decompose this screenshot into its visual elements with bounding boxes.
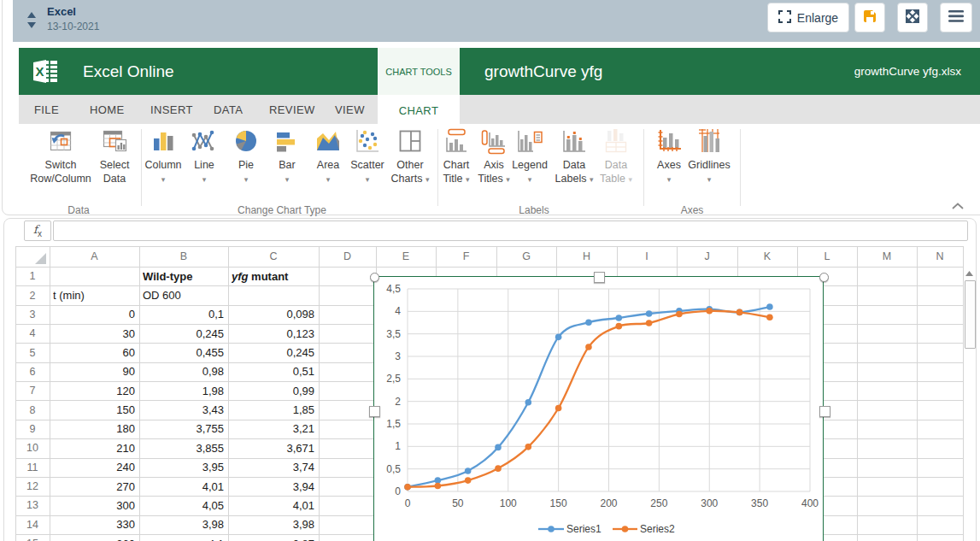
cell-C6[interactable]: 0,51: [232, 362, 314, 381]
row-header-9[interactable]: 9: [15, 420, 50, 438]
bar-button[interactable]: Bar ▾: [266, 127, 308, 186]
cell-B12[interactable]: 4,01: [143, 477, 224, 496]
row-header-4[interactable]: 4: [15, 324, 50, 343]
row-header-13[interactable]: 13: [15, 496, 50, 515]
cell-A14[interactable]: 330: [53, 515, 135, 534]
expand-button[interactable]: [897, 3, 928, 32]
cell-B11[interactable]: 3,95: [143, 458, 224, 477]
column-header-H[interactable]: H: [556, 246, 617, 267]
cell-B13[interactable]: 4,05: [143, 496, 224, 515]
cell-B3[interactable]: 0,1: [143, 305, 224, 324]
cell-C5[interactable]: 0,245: [232, 343, 314, 362]
tab-review[interactable]: REVIEW: [269, 95, 315, 124]
tab-insert[interactable]: INSERT: [150, 95, 193, 124]
cell-C4[interactable]: 0,123: [232, 324, 314, 343]
cell-C8[interactable]: 1,85: [232, 400, 314, 419]
menu-button[interactable]: [940, 3, 972, 32]
gridlines-button[interactable]: Gridlines ▾: [680, 127, 738, 186]
cell-A7[interactable]: 120: [53, 381, 135, 400]
cell-A15[interactable]: 360: [53, 534, 135, 541]
fx-button[interactable]: fx: [24, 221, 51, 241]
cell-A8[interactable]: 150: [53, 400, 135, 419]
row-header-15[interactable]: 15: [15, 534, 50, 541]
enlarge-button[interactable]: Enlarge: [767, 3, 849, 32]
column-header-D[interactable]: D: [319, 246, 376, 267]
cell-B5[interactable]: 0,455: [143, 343, 224, 362]
cell-A6[interactable]: 90: [53, 362, 135, 381]
cell-A2[interactable]: t (min): [53, 285, 135, 304]
cell-C9[interactable]: 3,21: [232, 420, 314, 438]
cell-A10[interactable]: 210: [53, 438, 135, 457]
chart-handle-top-center[interactable]: [594, 272, 605, 283]
chart-handle-middle-right[interactable]: [819, 406, 830, 417]
column-header-B[interactable]: B: [139, 246, 228, 267]
column-header-E[interactable]: E: [376, 246, 436, 267]
cell-C15[interactable]: 3,87: [232, 534, 314, 541]
scroll-up-icon[interactable]: [964, 268, 975, 279]
column-header-A[interactable]: A: [50, 246, 139, 267]
ribbon-collapse-icon[interactable]: [952, 198, 964, 214]
tab-view[interactable]: VIEW: [335, 95, 365, 124]
cell-C1[interactable]: yfg mutant: [232, 267, 314, 285]
cell-A3[interactable]: 0: [53, 305, 135, 324]
cell-C14[interactable]: 3,98: [232, 515, 314, 534]
row-header-14[interactable]: 14: [15, 515, 50, 534]
cell-C11[interactable]: 3,74: [232, 458, 314, 477]
cell-B1[interactable]: Wild-type: [143, 267, 224, 285]
column-header-N[interactable]: N: [917, 246, 963, 267]
tab-data[interactable]: DATA: [214, 95, 243, 124]
chart-handle-middle-left[interactable]: [369, 406, 380, 417]
cell-B8[interactable]: 3,43: [143, 400, 224, 419]
column-header-F[interactable]: F: [436, 246, 496, 267]
row-header-6[interactable]: 6: [15, 362, 50, 381]
column-header-I[interactable]: I: [617, 246, 677, 267]
other-charts-button[interactable]: OtherCharts ▾: [383, 127, 437, 186]
tab-chart[interactable]: CHART: [378, 95, 460, 126]
pie-button[interactable]: Pie ▾: [225, 127, 267, 186]
row-header-5[interactable]: 5: [15, 343, 50, 362]
row-header-1[interactable]: 1: [15, 267, 50, 285]
row-header-12[interactable]: 12: [15, 477, 50, 496]
row-header-11[interactable]: 11: [15, 458, 50, 477]
column-header-J[interactable]: J: [677, 246, 737, 267]
column-header-K[interactable]: K: [737, 246, 797, 267]
cell-C13[interactable]: 4,01: [232, 496, 314, 515]
select-data-button[interactable]: SelectData: [89, 127, 140, 185]
cell-B9[interactable]: 3,755: [143, 420, 224, 438]
line-button[interactable]: Line ▾: [183, 127, 226, 186]
cell-C7[interactable]: 0,99: [232, 381, 314, 400]
cell-A9[interactable]: 180: [53, 420, 135, 438]
vertical-scrollbar-thumb[interactable]: [965, 280, 976, 349]
column-header-M[interactable]: M: [857, 246, 917, 267]
column-header-C[interactable]: C: [228, 246, 319, 267]
cell-B6[interactable]: 0,98: [143, 362, 224, 381]
save-button[interactable]: [854, 3, 885, 32]
select-all-corner[interactable]: [35, 253, 46, 264]
cell-B10[interactable]: 3,855: [143, 438, 224, 457]
row-header-3[interactable]: 3: [15, 305, 50, 324]
column-header-L[interactable]: L: [797, 246, 857, 267]
formula-input[interactable]: [53, 221, 968, 241]
column-header-G[interactable]: G: [496, 246, 556, 267]
cell-A4[interactable]: 30: [53, 324, 135, 343]
sort-icon[interactable]: [26, 11, 37, 33]
embedded-chart[interactable]: 00,511,522,533,544,505010015020025030035…: [373, 276, 824, 541]
cell-B7[interactable]: 1,98: [143, 381, 224, 400]
cell-C10[interactable]: 3,671: [232, 438, 314, 457]
cell-A12[interactable]: 270: [53, 477, 135, 496]
cell-C12[interactable]: 3,94: [232, 477, 314, 496]
row-header-7[interactable]: 7: [15, 381, 50, 400]
cell-B14[interactable]: 3,98: [143, 515, 224, 534]
chart-handle-top-left[interactable]: [370, 273, 379, 282]
cell-A5[interactable]: 60: [53, 343, 135, 362]
chart-handle-top-right[interactable]: [819, 273, 829, 282]
row-header-10[interactable]: 10: [15, 438, 50, 457]
tab-file[interactable]: FILE: [34, 95, 59, 124]
cell-B2[interactable]: OD 600: [143, 285, 224, 304]
tab-home[interactable]: HOME: [90, 95, 125, 124]
cell-A11[interactable]: 240: [53, 458, 135, 477]
cell-B15[interactable]: 4,1: [143, 534, 224, 541]
contextual-tab-chart-tools[interactable]: CHART TOOLS: [378, 48, 460, 95]
legend-button[interactable]: Legend ▾: [504, 127, 555, 186]
row-header-8[interactable]: 8: [15, 400, 50, 419]
